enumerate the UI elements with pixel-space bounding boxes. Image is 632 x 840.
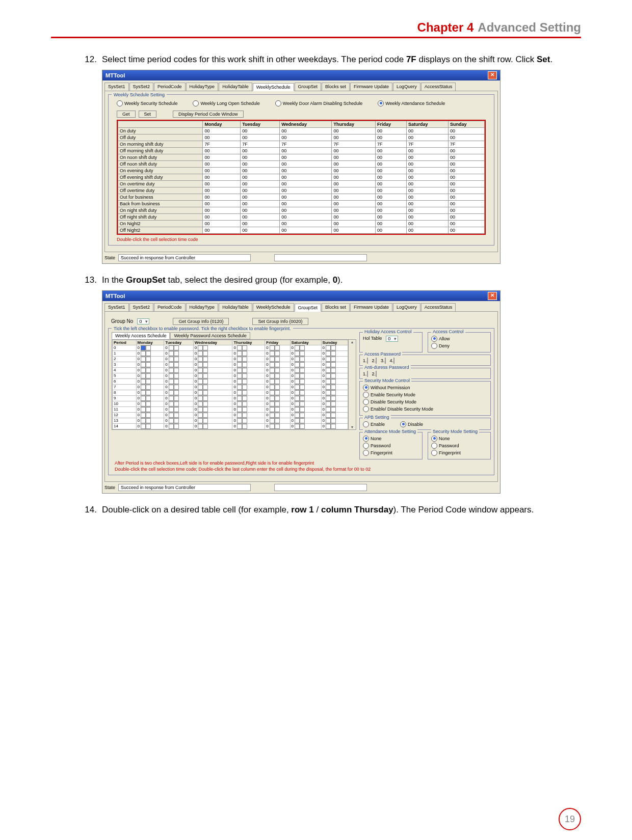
table-cell[interactable]: 00: [375, 213, 406, 220]
table-cell[interactable]: 00: [332, 174, 375, 180]
radio-option[interactable]: Fingerprint: [431, 450, 487, 456]
grid-cell[interactable]: 0: [136, 407, 164, 412]
checkbox-icon[interactable]: [295, 418, 300, 423]
table-cell[interactable]: 00: [332, 154, 375, 160]
table-cell[interactable]: 00: [407, 174, 449, 180]
grid-cell[interactable]: 0: [193, 401, 232, 407]
tab-groupset[interactable]: GroupSet: [295, 83, 322, 91]
radio-option[interactable]: Disable: [400, 421, 423, 427]
table-cell[interactable]: 00: [332, 127, 375, 134]
checkbox-icon[interactable]: [331, 368, 336, 373]
grid-cell[interactable]: 0: [136, 373, 164, 378]
checkbox-icon[interactable]: [146, 424, 151, 429]
table-cell[interactable]: 00: [332, 134, 375, 141]
grid-cell[interactable]: 0: [136, 378, 164, 384]
checkbox-icon[interactable]: [141, 413, 146, 418]
checkbox-icon[interactable]: [203, 373, 208, 378]
checkbox-icon[interactable]: [270, 418, 275, 423]
grid-cell[interactable]: 0: [193, 367, 232, 373]
checkbox-icon[interactable]: [326, 418, 331, 423]
checkbox-icon[interactable]: [295, 413, 300, 418]
table-cell[interactable]: 00: [203, 200, 241, 207]
grid-cell[interactable]: 0: [265, 373, 290, 378]
grid-cell[interactable]: 0: [193, 373, 232, 378]
grid-cell[interactable]: 0: [290, 401, 321, 407]
table-cell[interactable]: 00: [203, 160, 241, 167]
table-cell[interactable]: 00: [332, 200, 375, 207]
checkbox-icon[interactable]: [169, 351, 174, 356]
checkbox-icon[interactable]: [242, 351, 247, 356]
grid-cell[interactable]: 0: [265, 384, 290, 390]
table-cell[interactable]: 00: [203, 220, 241, 227]
grid-cell[interactable]: 0: [193, 362, 232, 367]
grid-cell[interactable]: 0: [136, 401, 164, 407]
grid-cell[interactable]: 0: [321, 378, 348, 384]
table-cell[interactable]: 00: [280, 207, 332, 213]
checkbox-icon[interactable]: [331, 351, 336, 356]
table-cell[interactable]: 7F: [203, 141, 241, 147]
checkbox-icon[interactable]: [169, 385, 174, 390]
table-cell[interactable]: 00: [241, 167, 280, 174]
table-cell[interactable]: 00: [332, 213, 375, 220]
checkbox-icon[interactable]: [242, 413, 247, 418]
grid-cell[interactable]: 0: [290, 345, 321, 350]
tab-holidaytype[interactable]: HolidayType: [186, 303, 219, 311]
checkbox-icon[interactable]: [198, 351, 203, 356]
checkbox-icon[interactable]: [169, 413, 174, 418]
grid-cell[interactable]: 0: [265, 412, 290, 418]
grid-cell[interactable]: 0: [321, 345, 348, 350]
checkbox-icon[interactable]: [141, 362, 146, 367]
table-cell[interactable]: 00: [332, 187, 375, 194]
checkbox-icon[interactable]: [174, 401, 179, 407]
table-cell[interactable]: 00: [332, 167, 375, 174]
checkbox-icon[interactable]: [198, 418, 203, 423]
table-cell[interactable]: 00: [448, 180, 484, 187]
close-icon[interactable]: ✕: [488, 71, 497, 79]
grid-cell[interactable]: 0: [265, 423, 290, 429]
radio-0[interactable]: Weekly Security Schedule: [117, 100, 177, 106]
grid-cell[interactable]: 0: [193, 378, 232, 384]
grid-cell[interactable]: 0: [232, 378, 265, 384]
tab-sysset2[interactable]: SysSet2: [129, 303, 154, 311]
checkbox-icon[interactable]: [275, 418, 280, 423]
scroll-up-icon[interactable]: ▴: [351, 340, 353, 344]
set-group-info-button[interactable]: Set Group Info (0020): [252, 318, 308, 325]
checkbox-icon[interactable]: [300, 390, 305, 395]
checkbox-icon[interactable]: [275, 396, 280, 401]
checkbox-icon[interactable]: [198, 390, 203, 395]
checkbox-icon[interactable]: [203, 357, 208, 362]
tab-holidaytable[interactable]: HolidayTable: [219, 303, 252, 311]
inner-tab-0[interactable]: Weekly Access Schedule: [112, 332, 170, 339]
close-icon[interactable]: ✕: [488, 292, 497, 300]
grid-cell[interactable]: 0: [136, 390, 164, 395]
checkbox-icon[interactable]: [331, 424, 336, 429]
checkbox-icon[interactable]: [141, 373, 146, 378]
table-cell[interactable]: 00: [280, 220, 332, 227]
checkbox-icon[interactable]: [141, 396, 146, 401]
checkbox-icon[interactable]: [198, 368, 203, 373]
grid-cell[interactable]: 0: [164, 378, 193, 384]
checkbox-icon[interactable]: [275, 373, 280, 378]
grid-cell[interactable]: 0: [265, 418, 290, 423]
grid-cell[interactable]: 0: [232, 418, 265, 423]
checkbox-icon[interactable]: [198, 407, 203, 412]
checkbox-icon[interactable]: [295, 379, 300, 384]
checkbox-icon[interactable]: [237, 368, 242, 373]
radio-option[interactable]: Enable/ Disable Security Mode: [363, 406, 487, 412]
checkbox-icon[interactable]: [331, 379, 336, 384]
checkbox-icon[interactable]: [146, 396, 151, 401]
grid-cell[interactable]: 0: [164, 384, 193, 390]
grid-cell[interactable]: 0: [136, 356, 164, 362]
table-cell[interactable]: 00: [241, 174, 280, 180]
grid-cell[interactable]: 0: [290, 418, 321, 423]
table-cell[interactable]: 00: [375, 154, 406, 160]
radio-option[interactable]: Deny: [431, 343, 487, 349]
checkbox-icon[interactable]: [331, 407, 336, 412]
checkbox-icon[interactable]: [326, 368, 331, 373]
checkbox-icon[interactable]: [141, 390, 146, 395]
table-cell[interactable]: 00: [203, 174, 241, 180]
checkbox-icon[interactable]: [203, 362, 208, 367]
checkbox-icon[interactable]: [198, 413, 203, 418]
table-cell[interactable]: 00: [407, 154, 449, 160]
grid-cell[interactable]: 0: [265, 378, 290, 384]
